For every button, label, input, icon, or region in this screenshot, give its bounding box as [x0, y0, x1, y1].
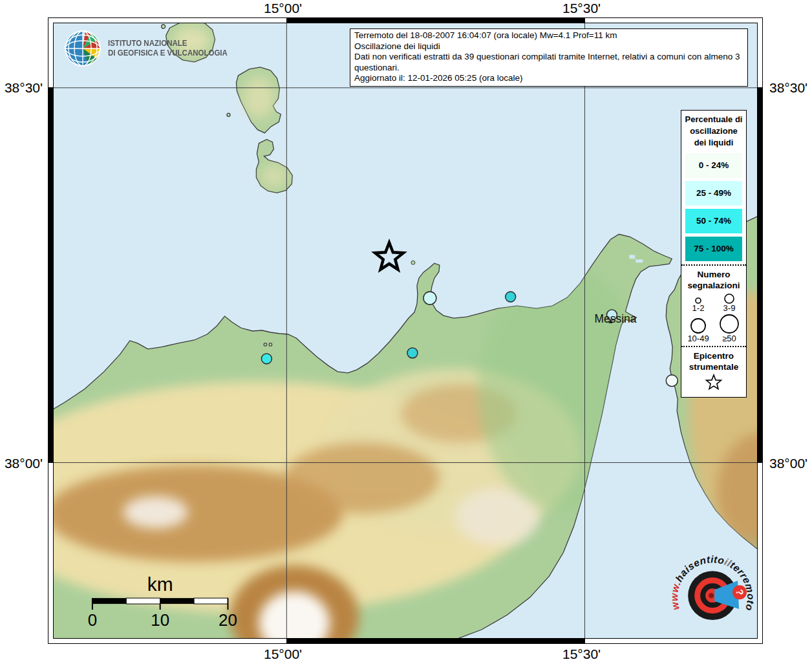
count-label-50plus: ≥50 — [722, 334, 736, 343]
intensity-point — [506, 292, 516, 302]
axis-label-right-38-30: 38°30' — [769, 80, 807, 96]
intensity-point — [666, 375, 678, 387]
islet — [411, 261, 415, 264]
legend-class-75-100: 75 - 100% — [685, 237, 742, 261]
epicenter-star-icon — [704, 374, 723, 392]
scale-tick-10: 10 — [151, 611, 169, 629]
legend-counts-section: Numero segnalazioni 1-2 3-9 10-49 ≥50 — [681, 264, 746, 346]
scale-tick-20: 20 — [219, 611, 237, 629]
count-label-10-49: 10-49 — [687, 334, 709, 343]
frame-zebra-left — [48, 87, 53, 463]
scale-tick-0: 0 — [88, 611, 97, 629]
legend-percent-title: Percentuale di oscillazione dei liquidi — [681, 111, 746, 150]
axis-label-left-38-30: 38°30' — [0, 80, 43, 96]
axis-label-top-15-00: 15°00' — [264, 1, 302, 16]
ingv-logo: ISTITUTO NAZIONALE DI GEOFISICA E VULCAN… — [64, 30, 238, 67]
map-svg: Messina km 0 10 20 — [54, 23, 757, 638]
ingv-name-line1: ISTITUTO NAZIONALE — [108, 39, 228, 48]
info-line-disclaimer: Dati non verificati estratti da 39 quest… — [354, 52, 743, 73]
frame-zebra-top — [286, 18, 585, 23]
legend-class-25-49: 25 - 49% — [685, 181, 742, 206]
legend-epicenter-section: Epicentro strumentale — [681, 346, 746, 397]
info-line-event: Terremoto del 18-08-2007 16:04:07 (ora l… — [354, 30, 743, 41]
legend-counts-title-2: segnalazioni — [681, 280, 746, 291]
count-symbol-50plus: ≥50 — [715, 313, 743, 343]
ingv-globe-icon — [64, 30, 102, 67]
axis-label-left-38-00: 38°00' — [0, 456, 43, 471]
legend-epicenter-title-2: strumentale — [681, 361, 746, 372]
legend-epicenter-title-1: Epicentro — [681, 350, 746, 361]
intensity-point — [423, 292, 436, 304]
info-line-effect: Oscillazione dei liquidi — [354, 41, 743, 52]
count-symbol-3-9: 3-9 — [715, 292, 743, 313]
scale-bar-unit: km — [147, 573, 173, 595]
count-symbol-1-2: 1-2 — [684, 294, 712, 313]
map-canvas: Messina km 0 10 20 — [53, 23, 758, 639]
place-label-messina: Messina — [594, 312, 636, 325]
frame-zebra-bottom — [286, 639, 585, 643]
count-symbol-10-49: 10-49 — [684, 316, 712, 343]
frame-zebra-right — [758, 87, 762, 463]
count-label-1-2: 1-2 — [692, 304, 705, 313]
axis-label-right-38-00: 38°00' — [769, 456, 807, 471]
axis-label-top-15-30: 15°30' — [562, 1, 601, 16]
intensity-point — [261, 354, 272, 364]
map-frame: Messina km 0 10 20 — [48, 17, 763, 644]
legend-class-50-74: 50 - 74% — [685, 209, 742, 233]
earthquake-info-box: Terremoto del 18-08-2007 16:04:07 (ora l… — [350, 28, 748, 87]
axis-label-bottom-15-30: 15°30' — [562, 646, 601, 662]
legend-counts-title-1: Numero — [681, 269, 746, 280]
axis-label-bottom-15-00: 15°00' — [264, 646, 302, 662]
ingv-name-line2: DI GEOFISICA E VULCANOLOGIA — [108, 48, 228, 58]
intensity-point — [407, 348, 418, 358]
legend-class-0-24: 0 - 24% — [685, 153, 742, 178]
legend: Percentuale di oscillazione dei liquidi … — [681, 110, 747, 398]
info-line-updated: Aggiornato il: 12-01-2026 05:25 (ora loc… — [354, 73, 743, 84]
count-label-3-9: 3-9 — [723, 304, 736, 313]
